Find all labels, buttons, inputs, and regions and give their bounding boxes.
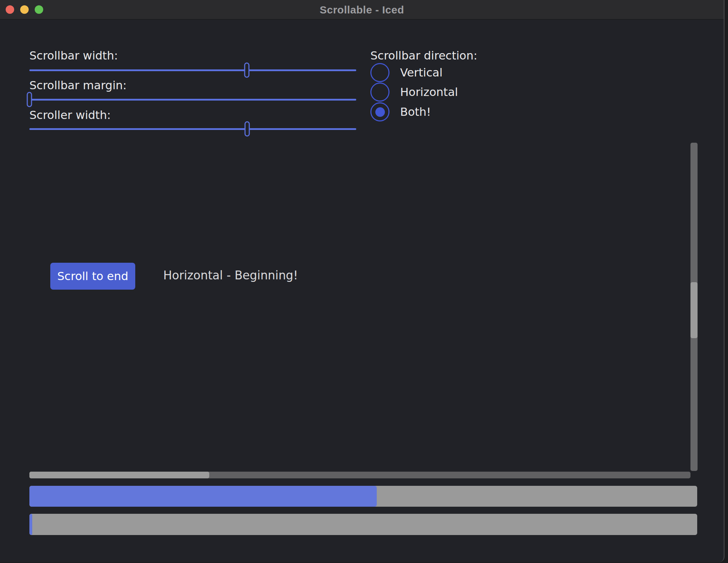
- vertical-scrollbar[interactable]: [690, 143, 698, 471]
- slider-rail[interactable]: [29, 128, 356, 130]
- slider-handle[interactable]: [244, 63, 249, 78]
- minimize-button[interactable]: [20, 5, 29, 14]
- scrollbar-width-label: Scrollbar width:: [29, 48, 118, 63]
- radio-row-vertical: Vertical: [370, 63, 443, 83]
- scroll-status-text: Horizontal - Beginning!: [163, 268, 298, 282]
- scrollbar-margin-label: Scrollbar margin:: [29, 78, 127, 93]
- scrollbar-margin-slider[interactable]: [29, 92, 356, 107]
- slider-handle[interactable]: [244, 121, 250, 137]
- app-window: Scrollable - Iced Scrollbar width: Scrol…: [0, 0, 724, 562]
- progress-fill: [29, 514, 32, 535]
- radio-row-horizontal: Horizontal: [370, 82, 458, 102]
- scrollbar-direction-label: Scrollbar direction:: [370, 48, 477, 63]
- window-edge: [725, 0, 728, 563]
- scroll-to-end-button[interactable]: Scroll to end: [50, 263, 135, 290]
- slider-rail[interactable]: [29, 99, 356, 101]
- progress-fill: [29, 486, 377, 507]
- screen: Scrollable - Iced Scrollbar width: Scrol…: [0, 0, 728, 563]
- radio-both[interactable]: [370, 102, 389, 121]
- radio-horizontal-label[interactable]: Horizontal: [400, 85, 458, 99]
- horizontal-scrollbar[interactable]: [29, 472, 690, 478]
- slider-handle[interactable]: [27, 92, 32, 107]
- vertical-scrollbar-thumb[interactable]: [690, 282, 698, 338]
- radio-both-label[interactable]: Both!: [400, 105, 431, 119]
- radio-vertical[interactable]: [370, 63, 389, 82]
- radio-horizontal[interactable]: [370, 83, 389, 102]
- vertical-progress-bar: [29, 514, 697, 535]
- slider-rail[interactable]: [29, 69, 356, 71]
- horizontal-scrollbar-thumb[interactable]: [29, 472, 209, 478]
- horizontal-progress-bar: [29, 486, 697, 507]
- radio-vertical-label[interactable]: Vertical: [400, 66, 443, 79]
- scroller-width-slider[interactable]: [29, 121, 356, 137]
- close-button[interactable]: [6, 5, 14, 14]
- zoom-button[interactable]: [35, 5, 43, 14]
- scroller-width-label: Scroller width:: [29, 107, 111, 123]
- window-title: Scrollable - Iced: [0, 0, 724, 19]
- titlebar[interactable]: Scrollable - Iced: [0, 0, 724, 19]
- radio-row-both: Both!: [370, 102, 431, 122]
- scrollbar-width-slider[interactable]: [29, 62, 356, 78]
- radio-dot: [375, 107, 385, 117]
